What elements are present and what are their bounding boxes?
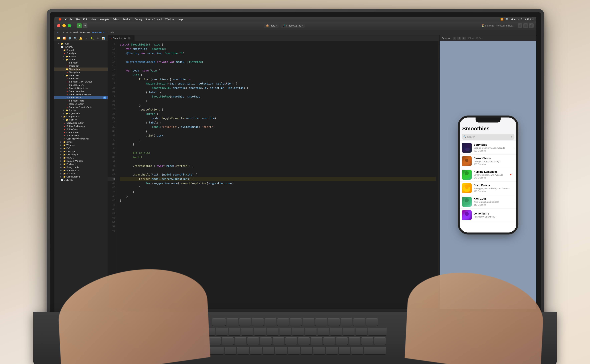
tree-item-recipe[interactable]: ▶ 📁 Recipe (54, 109, 108, 112)
tree-item-smoothie-swift[interactable]: ● Smoothie (54, 77, 108, 80)
tree-item-ios-clip[interactable]: ▶ 📁 iOS Clip (54, 150, 108, 153)
tree-item-smoothiemenu[interactable]: ● SmoothieMenu (54, 83, 108, 86)
key-capslock[interactable] (204, 347, 224, 354)
preview-inspect-btn[interactable]: ⚙ (462, 37, 466, 40)
search-icon[interactable]: 🔍 (506, 18, 509, 21)
key-minus[interactable] (343, 328, 355, 335)
key-k[interactable] (313, 347, 325, 354)
tree-item-bubbleview[interactable]: ● BubbleView (54, 128, 108, 131)
help-menu[interactable]: Help (176, 18, 184, 21)
tab-close-button[interactable]: × (128, 37, 130, 39)
run-button[interactable]: ▶ (77, 23, 82, 28)
tree-item-smoothietable[interactable]: ● SmoothieTable (54, 99, 108, 102)
key-quote[interactable] (351, 347, 363, 354)
key-backtick[interactable] (203, 328, 215, 335)
file-menu[interactable]: File (74, 18, 81, 21)
tree-item-configuration[interactable]: ▶ 📁 Configuration (54, 175, 108, 178)
tab-smoothielist[interactable]: ● SmoothieList × (108, 35, 134, 41)
minimize-button[interactable] (62, 24, 66, 27)
bc-fruta[interactable]: Fruta (63, 31, 68, 34)
list-item-coco[interactable]: Coco Colada Pineapple, Almond Milk, and … (460, 182, 516, 195)
tree-item-styles[interactable]: ▶ 📁 Styles (54, 140, 108, 143)
key-f9[interactable] (328, 318, 340, 326)
navigator-toggle[interactable]: ⬛ (518, 23, 522, 28)
debug-menu[interactable]: Debug (133, 18, 143, 21)
key-e[interactable] (247, 337, 259, 345)
bc-smoothielist[interactable]: SmoothieList (92, 31, 105, 34)
edit-menu[interactable]: Edit (82, 18, 89, 21)
tree-item-ingredient[interactable]: ● Ingredient (54, 64, 108, 67)
list-item-lemonade[interactable]: Hulking Lemonade Lemon, Spinach, and Avo… (460, 168, 516, 182)
key-delete[interactable] (368, 328, 387, 335)
key-return[interactable] (364, 347, 386, 354)
tree-item-ios[interactable]: ▶ 📁 iOS (54, 147, 108, 150)
key-l[interactable] (326, 347, 338, 354)
nav-issues-icon[interactable]: ⚠️ (79, 36, 83, 40)
debug-toggle[interactable]: ⬛ (523, 23, 528, 28)
tree-item-ios-widgets[interactable]: ▶ 📁 iOS Widgets (54, 153, 108, 156)
key-4[interactable] (254, 328, 266, 335)
tree-item-stepperview[interactable]: ● StepperView (54, 134, 108, 137)
view-menu[interactable]: View (89, 18, 97, 21)
key-f7[interactable] (303, 318, 314, 326)
scheme-selector[interactable]: 📦 Fruta › (264, 24, 279, 28)
fullscreen-button[interactable] (68, 24, 71, 27)
tree-item-flaticon[interactable]: ▶ 📁 Flaticon (54, 118, 108, 121)
tree-item-frameworks[interactable]: ▶ 📁 Frameworks (54, 169, 108, 172)
apple-menu[interactable]: 🍎 (57, 17, 63, 21)
tree-item-smoothiesview[interactable]: ● SmoothiesView (54, 90, 108, 93)
tree-item-navigation-group[interactable]: ▼ 📁 Navigation (54, 67, 108, 71)
forward-btn[interactable]: › (59, 31, 59, 34)
tree-item-license[interactable]: 📄 LICENSE (54, 178, 108, 182)
inspector-toggle[interactable]: ⬛ (529, 23, 534, 28)
navigate-menu[interactable]: Navigate (98, 18, 111, 21)
tree-item-smoothieview-swiftui[interactable]: ● SmoothieView+SwiftUI (54, 80, 108, 83)
tree-item-countbutton[interactable]: ● CountButton (54, 131, 108, 134)
key-y[interactable] (285, 337, 297, 345)
preview-refresh-btn[interactable]: ↺ (457, 37, 461, 40)
tree-item-navigation[interactable]: ● Navigation (54, 71, 108, 74)
code-editor[interactable]: 10 11 12 13 14 15 16 17 18 19 20 (108, 41, 440, 308)
key-j[interactable] (301, 347, 312, 354)
editor-menu[interactable]: Editor (111, 18, 121, 21)
preview-pause-btn[interactable]: ⏸ (453, 37, 456, 40)
scroll-thumb[interactable] (439, 45, 439, 58)
nav-source-icon[interactable]: 🔀 (62, 36, 67, 40)
key-8[interactable] (305, 328, 316, 335)
nav-tests-icon[interactable]: ✓ (84, 36, 89, 40)
nav-files-icon[interactable]: 📁 (56, 36, 61, 40)
key-f11[interactable] (353, 318, 365, 326)
ios-search-bar[interactable]: 🔍 Search 🎙 (462, 134, 514, 140)
key-s[interactable] (237, 347, 249, 354)
list-item-lemonberry[interactable]: Lemonberry Raspberry, Strawberry, › (460, 208, 516, 222)
key-f8[interactable] (315, 318, 327, 326)
key-tab[interactable] (204, 337, 221, 345)
tree-item-macos[interactable]: ▶ 📁 macOS (54, 156, 108, 159)
tree-item-fruta[interactable]: ▼ 📁 Fruta (54, 42, 108, 45)
key-u[interactable] (298, 337, 310, 345)
close-button[interactable] (57, 24, 60, 27)
tree-item-bubblebg[interactable]: ● BubbleBackground (54, 124, 108, 128)
tree-item-frutaapp[interactable]: ● FrutaApp (54, 52, 108, 55)
app-name-menu[interactable]: Xcode (64, 18, 74, 21)
key-q[interactable] (222, 337, 234, 345)
tree-item-cardactionbutton[interactable]: ● CardActionButton (54, 121, 108, 124)
tree-item-components[interactable]: ▼ 📁 Components (54, 115, 108, 118)
key-f[interactable] (263, 347, 274, 354)
key-5[interactable] (267, 328, 278, 335)
nav-find-icon[interactable]: 🔍 (73, 36, 78, 40)
tree-item-assets[interactable]: ▶ 📁 Assets (54, 55, 108, 58)
tree-item-widgets[interactable]: ▶ 📁 Widgets (54, 143, 108, 147)
tree-item-redeembutton[interactable]: ● RedeemButton (54, 102, 108, 105)
tree-item-model[interactable]: ▼ 📁 Model (54, 58, 108, 61)
nav-reports-icon[interactable]: 📊 (101, 36, 106, 40)
tree-item-smoothiefavoritebutton[interactable]: ● SmoothieFavoriteButton (54, 105, 108, 109)
key-0[interactable] (330, 328, 342, 335)
key-9[interactable] (317, 328, 329, 335)
product-menu[interactable]: Product (121, 18, 133, 21)
back-btn[interactable]: ‹ (57, 31, 58, 34)
key-f3[interactable] (252, 318, 264, 326)
key-a[interactable] (225, 347, 236, 354)
source-control-menu[interactable]: Source Control (144, 18, 163, 21)
key-h[interactable] (288, 347, 300, 354)
